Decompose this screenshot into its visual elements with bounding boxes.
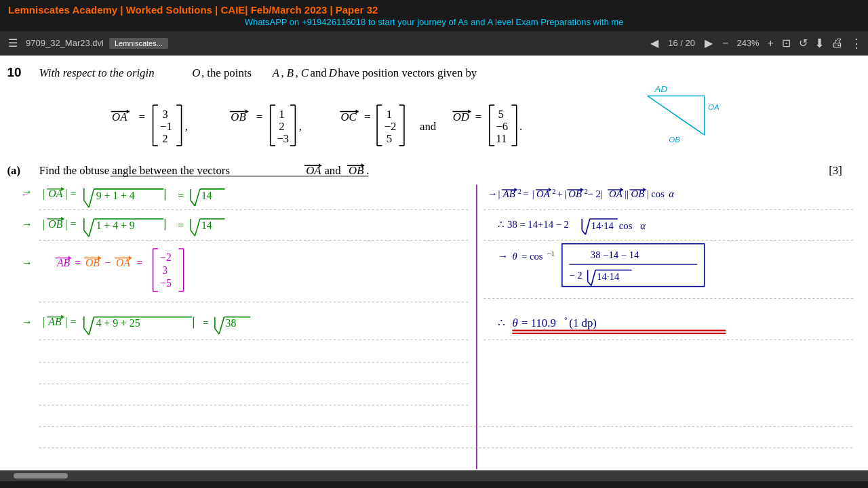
more-options-icon[interactable]: ⋮ xyxy=(850,36,863,51)
svg-line-111 xyxy=(84,230,89,237)
svg-text:=: = xyxy=(178,190,184,201)
scrollbar-area[interactable] xyxy=(0,470,868,481)
zoom-plus[interactable]: + xyxy=(765,37,776,49)
svg-text:C: C xyxy=(301,66,309,79)
svg-text:−2: −2 xyxy=(160,251,172,263)
math-svg: 10 With respect to the origin O , the po… xyxy=(0,56,868,470)
tab-label[interactable]: Lemniscates... xyxy=(109,38,168,49)
subtitle-line: WhatsAPP on +919426116018 to start your … xyxy=(8,17,860,27)
svg-text:θ: θ xyxy=(512,251,517,262)
filename-label: 9709_32_Mar23.dvi xyxy=(26,38,104,48)
problem-statement: With respect to the origin xyxy=(39,66,155,79)
svg-text:OA: OA xyxy=(112,110,127,123)
svg-text:OC: OC xyxy=(340,110,357,123)
svg-text:OB: OB xyxy=(85,257,100,268)
svg-text:=: = xyxy=(75,257,81,268)
svg-text:| =: | = xyxy=(66,218,77,230)
svg-text:AD: AD xyxy=(654,84,667,94)
svg-text:OB: OB xyxy=(631,188,645,199)
svg-line-93 xyxy=(89,189,94,207)
svg-text:5: 5 xyxy=(387,132,392,145)
svg-text:=: = xyxy=(475,110,481,123)
svg-text:|: | xyxy=(43,316,45,328)
zoom-level: 243% xyxy=(734,38,762,48)
svg-text:OA: OA xyxy=(116,257,130,268)
svg-line-160 xyxy=(215,329,219,334)
toolbar: ☰ 9709_32_Mar23.dvi Lemniscates... ◀ 16 … xyxy=(0,31,868,56)
svg-text:θ: θ xyxy=(512,317,517,329)
fit-page-icon[interactable]: ⊡ xyxy=(779,37,793,49)
svg-text:cos: cos xyxy=(619,220,633,231)
svg-text:and: and xyxy=(324,164,341,177)
svg-text:, the points: , the points xyxy=(201,66,252,79)
svg-line-153 xyxy=(84,329,89,335)
svg-text:,: , xyxy=(185,120,188,133)
svg-text:|: | xyxy=(43,218,45,230)
svg-text:− 2: − 2 xyxy=(569,270,582,281)
print-icon[interactable]: 🖨 xyxy=(831,36,844,50)
svg-text:.: . xyxy=(519,120,522,133)
svg-text:OA: OA xyxy=(48,188,62,199)
svg-text:A: A xyxy=(272,66,280,79)
toolbar-right: ⬇ 🖨 ⋮ xyxy=(814,36,863,51)
zoom-minus[interactable]: − xyxy=(719,37,731,49)
svg-text:=: = xyxy=(256,110,262,123)
svg-text:←: ← xyxy=(21,190,29,199)
svg-text:−3: −3 xyxy=(277,132,289,145)
svg-text:1 + 4 + 9: 1 + 4 + 9 xyxy=(96,220,135,231)
svg-line-213 xyxy=(588,281,591,285)
svg-text:Find the obtuse angle between : Find the obtuse angle between the vector… xyxy=(39,164,230,177)
svg-text:2: 2 xyxy=(162,132,167,145)
svg-text:,: , xyxy=(281,66,283,79)
svg-text:4 + 9 + 25: 4 + 9 + 25 xyxy=(96,317,140,329)
svg-text:14·14: 14·14 xyxy=(591,220,614,231)
svg-marker-54 xyxy=(468,109,471,113)
svg-text:3: 3 xyxy=(162,264,167,276)
svg-text:OA: OA xyxy=(708,103,719,111)
svg-text:→: → xyxy=(498,251,508,262)
svg-text:→: → xyxy=(21,256,33,269)
svg-text:O: O xyxy=(192,66,200,79)
svg-text:AB: AB xyxy=(47,316,62,327)
download-icon[interactable]: ⬇ xyxy=(814,36,825,51)
svg-text:B: B xyxy=(287,66,294,79)
svg-text:14: 14 xyxy=(201,190,212,201)
svg-text:5: 5 xyxy=(498,108,503,121)
svg-text:=: = xyxy=(136,257,142,268)
svg-text:| cos: | cos xyxy=(647,188,665,199)
svg-text:|: | xyxy=(498,188,500,199)
scrollbar-thumb[interactable] xyxy=(14,473,68,479)
svg-text:=: = xyxy=(523,188,528,199)
svg-marker-191 xyxy=(643,188,646,192)
svg-text:|: | xyxy=(564,188,566,199)
svg-line-69 xyxy=(648,96,705,135)
svg-text:2: 2 xyxy=(279,120,284,133)
svg-text:2: 2 xyxy=(552,188,555,195)
next-page-button[interactable]: ▶ xyxy=(701,35,717,51)
svg-line-92 xyxy=(84,201,89,207)
refresh-icon[interactable]: ↺ xyxy=(796,37,810,49)
svg-line-100 xyxy=(195,189,199,206)
svg-text:(a): (a) xyxy=(7,164,20,177)
svg-text:→: → xyxy=(488,188,498,199)
svg-text:| =: | = xyxy=(66,188,77,200)
svg-marker-40 xyxy=(356,109,359,113)
svg-text:=: = xyxy=(364,110,370,123)
svg-text:−1: −1 xyxy=(547,250,555,258)
svg-text:AB: AB xyxy=(56,257,71,268)
prev-page-button[interactable]: ◀ xyxy=(646,35,663,51)
top-banner: Lemniscates Academy | Worked Solutions |… xyxy=(0,0,868,31)
svg-line-99 xyxy=(191,201,195,206)
svg-text:2: 2 xyxy=(518,188,521,195)
svg-text:14·14: 14·14 xyxy=(597,271,620,282)
svg-text:| =: | = xyxy=(66,316,77,328)
svg-text:,: , xyxy=(295,66,298,79)
svg-line-214 xyxy=(591,270,595,285)
toolbar-center: ◀ 16 / 20 ▶ − 243% + ⊡ ↺ xyxy=(646,35,810,51)
menu-icon[interactable]: ☰ xyxy=(5,35,20,51)
page-info: 16 / 20 xyxy=(665,38,698,48)
svg-text:14: 14 xyxy=(201,220,212,231)
svg-text:OB: OB xyxy=(669,136,680,144)
svg-text:°: ° xyxy=(564,316,568,324)
svg-text:OB: OB xyxy=(231,110,245,123)
